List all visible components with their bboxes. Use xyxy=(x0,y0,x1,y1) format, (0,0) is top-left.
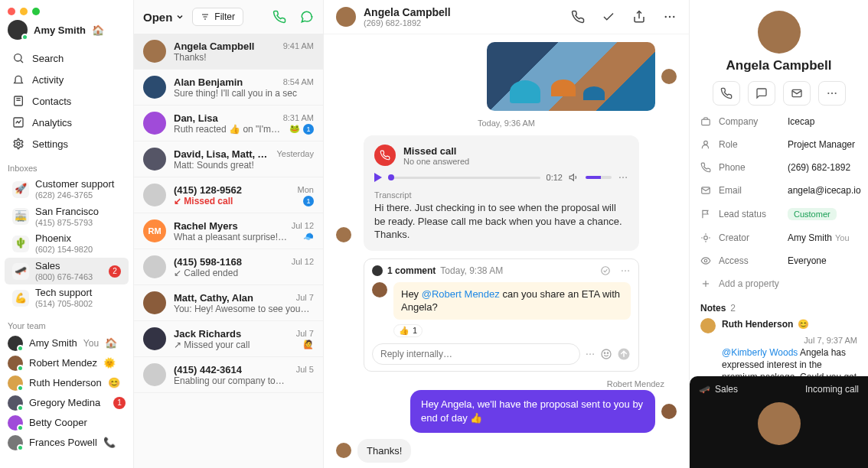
play-button[interactable] xyxy=(374,173,382,182)
inbox-phone: (602) 154-9820 xyxy=(35,245,93,255)
thread-time: 8:31 AM xyxy=(283,113,314,122)
thread-item[interactable]: (415) 598-1168 Jul 12 ↙ Called ended xyxy=(134,249,323,285)
maximize-icon[interactable] xyxy=(32,8,40,15)
inbox-item[interactable]: 🚋 San Francisco (415) 875-5793 xyxy=(5,203,129,231)
sender-avatar xyxy=(661,404,677,419)
team-member-name: Frances Powell xyxy=(29,437,97,448)
svg-point-21 xyxy=(628,270,629,271)
nav-search[interactable]: Search xyxy=(5,47,129,69)
contact-avatar[interactable] xyxy=(758,11,801,54)
avatar xyxy=(8,435,23,450)
send-icon[interactable] xyxy=(617,347,631,361)
more-icon[interactable] xyxy=(585,349,596,359)
thread-preview: ↗ Missed your call xyxy=(174,340,250,350)
team-member[interactable]: Gregory Medina 1 xyxy=(0,393,133,413)
speaker-icon[interactable] xyxy=(569,172,579,183)
nav-analytics[interactable]: Analytics xyxy=(5,112,129,133)
image-attachment[interactable] xyxy=(487,42,655,111)
mark-done-icon[interactable] xyxy=(602,10,615,24)
thread-item[interactable]: (415) 128-9562 Mon ↙ Missed call 1 xyxy=(134,177,323,213)
more-icon[interactable] xyxy=(663,10,677,24)
mention[interactable]: @Robert Mendez xyxy=(422,288,500,300)
internal-reply-input[interactable] xyxy=(372,343,580,365)
more-button[interactable] xyxy=(818,81,846,106)
thread-time: 9:41 AM xyxy=(283,41,314,50)
mention[interactable]: @Kimberly Woods xyxy=(722,347,798,358)
prop-creator[interactable]: CreatorAmy SmithYou xyxy=(690,226,868,249)
svg-marker-14 xyxy=(569,174,573,180)
inbox-item[interactable]: 🛹 Sales (800) 676-7463 2 xyxy=(5,258,129,285)
message-bubble: Thanks! xyxy=(357,439,411,463)
audio-track[interactable] xyxy=(388,177,540,179)
more-icon[interactable] xyxy=(618,172,628,183)
svg-point-19 xyxy=(622,270,623,271)
team-label: Your team xyxy=(0,312,133,333)
svg-point-20 xyxy=(625,270,626,271)
team-member[interactable]: Betty Cooper xyxy=(0,413,133,433)
more-icon[interactable] xyxy=(620,265,631,276)
open-dropdown[interactable]: Open xyxy=(143,11,184,24)
team-member[interactable]: Frances Powell 📞 xyxy=(0,433,133,453)
add-property[interactable]: Add a property xyxy=(690,272,868,295)
email-button[interactable] xyxy=(783,81,811,106)
team-member[interactable]: Amy Smith You 🏠 xyxy=(0,333,133,353)
caller-avatar xyxy=(758,402,801,445)
thread-item[interactable]: David, Lisa, Matt, Alan Yesterday Matt: … xyxy=(134,141,323,177)
prop-phone[interactable]: Phone(269) 682-1892 xyxy=(690,156,868,179)
compose-icon[interactable] xyxy=(300,10,314,24)
inbox-phone: (415) 875-5793 xyxy=(35,218,99,228)
flag-icon xyxy=(700,209,711,219)
thread-item[interactable]: Dan, Lisa 8:31 AM Ruth reacted 👍 on "I'm… xyxy=(134,106,323,141)
notes-header[interactable]: Notes 2 xyxy=(690,295,868,315)
call-icon[interactable] xyxy=(272,10,286,24)
nav-contacts[interactable]: Contacts xyxy=(5,90,129,112)
inbox-item[interactable]: 🌵 Phoenix (602) 154-9820 xyxy=(5,230,129,258)
thread-item[interactable]: RM Rachel Myers Jul 12 What a pleasant s… xyxy=(134,213,323,249)
volume-slider[interactable] xyxy=(586,176,612,179)
prop-lead-status[interactable]: Lead statusCustomer xyxy=(690,202,868,226)
nav-activity[interactable]: Activity xyxy=(5,69,129,90)
left-sidebar: Amy Smith 🏠 Search Activity Contacts Ana… xyxy=(0,0,134,468)
unread-badge: 1 xyxy=(303,124,314,135)
thread-item[interactable]: Alan Benjamin 8:54 AM Sure thing! I'll c… xyxy=(134,70,323,106)
thread-preview: ↙ Missed call xyxy=(174,196,233,206)
nav-settings[interactable]: Settings xyxy=(5,133,129,154)
call-icon[interactable] xyxy=(571,10,585,24)
prop-role[interactable]: RoleProject Manager xyxy=(690,133,868,156)
thread-name: (415) 442-3614 xyxy=(174,364,242,375)
prop-access[interactable]: AccessEveryone xyxy=(690,249,868,272)
minimize-icon[interactable] xyxy=(20,8,28,15)
resolve-icon[interactable] xyxy=(600,265,611,276)
team-member[interactable]: Robert Mendez 🌞 xyxy=(0,353,133,373)
prop-email[interactable]: Emailangela@icecap.io xyxy=(690,179,868,202)
inbox-emoji: 🛹 xyxy=(12,263,29,280)
inbox-emoji: 🚀 xyxy=(12,181,29,198)
reaction-chip[interactable]: 👍1 xyxy=(393,324,423,337)
close-icon[interactable] xyxy=(8,8,15,15)
svg-point-30 xyxy=(827,93,829,94)
thread-item[interactable]: (415) 442-3614 Jul 5 Enabling our compan… xyxy=(134,357,323,393)
thread-item[interactable]: Matt, Cathy, Alan Jul 7 You: Hey! Awesom… xyxy=(134,285,323,321)
share-icon[interactable] xyxy=(632,10,646,24)
message-icon xyxy=(755,87,768,99)
team-member[interactable]: Ruth Henderson 😊 xyxy=(0,373,133,393)
avatar xyxy=(143,184,166,206)
svg-point-0 xyxy=(15,54,21,61)
inbox-item[interactable]: 🚀 Customer support (628) 246-3765 xyxy=(5,176,129,203)
message-button[interactable] xyxy=(748,81,775,106)
call-button[interactable] xyxy=(713,81,740,106)
emoji-icon[interactable] xyxy=(600,348,612,360)
bell-icon xyxy=(12,73,24,86)
incoming-call-toast[interactable]: 🛹Sales Incoming call xyxy=(690,376,868,468)
svg-point-23 xyxy=(589,354,591,356)
filter-button[interactable]: Filter xyxy=(192,8,243,26)
inboxes-list: 🚀 Customer support (628) 246-3765 🚋 San … xyxy=(0,176,133,312)
inbox-item[interactable]: 💪 Tech support (514) 705-8002 xyxy=(5,284,129,312)
briefcase-icon xyxy=(700,116,711,127)
thread-item[interactable]: Jack Richards Jul 7 ↗ Missed your call 🙋 xyxy=(134,321,323,357)
conversation-body: Today, 9:36 AM Missed call No one answer… xyxy=(324,34,689,468)
prop-company[interactable]: CompanyIcecap xyxy=(690,110,868,133)
eye-icon xyxy=(700,255,711,266)
current-user[interactable]: Amy Smith 🏠 xyxy=(0,17,133,47)
thread-item[interactable]: Angela Campbell 9:41 AM Thanks! xyxy=(134,34,323,70)
